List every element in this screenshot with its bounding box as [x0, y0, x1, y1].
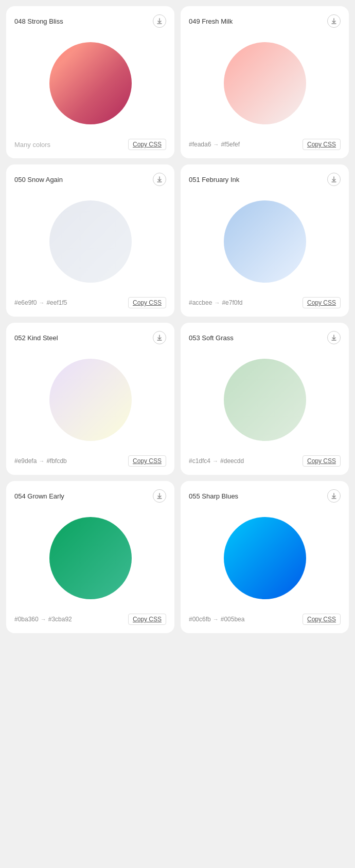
copy-css-button[interactable]: Copy CSS	[303, 455, 341, 467]
card-title: 049 Fresh Milk	[189, 17, 233, 25]
card-header: 053 Soft Grass	[189, 331, 341, 344]
card-header: 052 Kind Steel	[14, 331, 166, 344]
color-circle	[224, 359, 306, 441]
card-051: 051 February Ink #accbee → #e7f0fdCopy C…	[181, 164, 349, 317]
card-053: 053 Soft Grass #c1dfc4 → #deecddCopy CSS	[181, 323, 349, 475]
color-from: #feada6	[189, 141, 211, 148]
card-footer: Many colorsCopy CSS	[14, 139, 166, 150]
color-info: #accbee → #e7f0fd	[189, 299, 242, 306]
color-from: #e6e9f0	[14, 299, 37, 306]
color-info: #feada6 → #f5efef	[189, 141, 240, 148]
card-footer: #accbee → #e7f0fdCopy CSS	[189, 297, 341, 308]
card-footer: #0ba360 → #3cba92Copy CSS	[14, 614, 166, 625]
color-circle	[224, 200, 306, 283]
download-icon[interactable]	[153, 14, 166, 28]
circle-container	[14, 192, 166, 291]
copy-css-button[interactable]: Copy CSS	[303, 614, 341, 625]
card-footer: #e6e9f0 → #eef1f5Copy CSS	[14, 297, 166, 308]
arrow-icon: →	[212, 458, 218, 464]
copy-css-button[interactable]: Copy CSS	[128, 614, 166, 625]
color-info: #e9defa → #fbfcdb	[14, 457, 67, 465]
card-title: 053 Soft Grass	[189, 334, 234, 342]
arrow-icon: →	[214, 300, 220, 306]
copy-css-button[interactable]: Copy CSS	[303, 139, 341, 150]
card-footer: #feada6 → #f5efefCopy CSS	[189, 139, 341, 150]
download-icon[interactable]	[327, 489, 341, 503]
copy-css-button[interactable]: Copy CSS	[128, 455, 166, 467]
color-from: #accbee	[189, 299, 212, 306]
card-055: 055 Sharp Blues #00c6fb → #005beaCopy CS…	[181, 481, 349, 633]
color-to: #deecdd	[220, 457, 244, 465]
card-header: 051 February Ink	[189, 173, 341, 186]
card-050: 050 Snow Again #e6e9f0 → #eef1f5Copy CSS	[6, 164, 174, 317]
card-title: 050 Snow Again	[14, 176, 63, 183]
circle-container	[189, 350, 341, 449]
circle-container	[14, 34, 166, 133]
arrow-icon: →	[39, 458, 44, 464]
circle-container	[189, 34, 341, 133]
card-title: 055 Sharp Blues	[189, 492, 238, 500]
color-info: #c1dfc4 → #deecdd	[189, 457, 244, 465]
download-icon[interactable]	[327, 173, 341, 186]
download-icon[interactable]	[327, 14, 341, 28]
card-054: 054 Grown Early #0ba360 → #3cba92Copy CS…	[6, 481, 174, 633]
color-circle	[49, 42, 132, 124]
color-circle	[224, 42, 306, 124]
color-circle	[49, 200, 132, 283]
copy-css-button[interactable]: Copy CSS	[128, 139, 166, 150]
download-icon[interactable]	[327, 331, 341, 344]
circle-container	[14, 350, 166, 449]
card-title: 052 Kind Steel	[14, 334, 58, 342]
card-grid: 048 Strong Bliss Many colorsCopy CSS049 …	[6, 6, 349, 633]
card-header: 050 Snow Again	[14, 173, 166, 186]
color-to: #e7f0fd	[222, 299, 242, 306]
color-to: #fbfcdb	[46, 457, 66, 465]
card-header: 055 Sharp Blues	[189, 489, 341, 503]
copy-css-button[interactable]: Copy CSS	[128, 297, 166, 308]
circle-container	[189, 192, 341, 291]
card-header: 048 Strong Bliss	[14, 14, 166, 28]
color-info: #e6e9f0 → #eef1f5	[14, 299, 67, 306]
card-title: 054 Grown Early	[14, 492, 64, 500]
download-icon[interactable]	[153, 489, 166, 503]
download-icon[interactable]	[153, 331, 166, 344]
download-icon[interactable]	[153, 173, 166, 186]
circle-container	[14, 509, 166, 607]
card-052: 052 Kind Steel #e9defa → #fbfcdbCopy CSS	[6, 323, 174, 475]
arrow-icon: →	[39, 300, 44, 306]
copy-css-button[interactable]: Copy CSS	[303, 297, 341, 308]
color-to: #3cba92	[48, 616, 72, 623]
card-header: 049 Fresh Milk	[189, 14, 341, 28]
card-title: 048 Strong Bliss	[14, 17, 63, 25]
card-footer: #00c6fb → #005beaCopy CSS	[189, 614, 341, 625]
arrow-icon: →	[213, 616, 219, 622]
color-from: #c1dfc4	[189, 457, 210, 465]
color-to: #eef1f5	[46, 299, 67, 306]
color-circle	[49, 517, 132, 599]
card-header: 054 Grown Early	[14, 489, 166, 503]
color-from: #00c6fb	[189, 616, 211, 623]
card-title: 051 February Ink	[189, 176, 239, 183]
circle-container	[189, 509, 341, 607]
card-footer: #e9defa → #fbfcdbCopy CSS	[14, 455, 166, 467]
card-footer: #c1dfc4 → #deecddCopy CSS	[189, 455, 341, 467]
color-from: #0ba360	[14, 616, 39, 623]
color-info: #0ba360 → #3cba92	[14, 616, 72, 623]
color-info: #00c6fb → #005bea	[189, 616, 244, 623]
card-048: 048 Strong Bliss Many colorsCopy CSS	[6, 6, 174, 158]
color-circle	[49, 359, 132, 441]
color-circle	[224, 517, 306, 599]
color-to: #005bea	[221, 616, 245, 623]
color-to: #f5efef	[221, 141, 240, 148]
arrow-icon: →	[41, 616, 46, 622]
many-colors-label: Many colors	[14, 141, 50, 149]
arrow-icon: →	[213, 141, 219, 147]
card-049: 049 Fresh Milk #feada6 → #f5efefCopy CSS	[181, 6, 349, 158]
color-from: #e9defa	[14, 457, 37, 465]
